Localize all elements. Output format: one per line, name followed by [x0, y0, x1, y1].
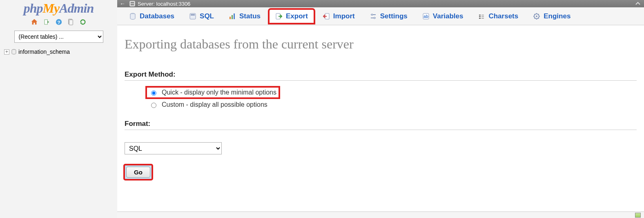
svg-rect-23 — [479, 18, 481, 19]
charsets-icon — [478, 13, 485, 20]
divider — [125, 80, 637, 81]
divider — [125, 130, 637, 130]
db-tree-item-information-schema[interactable]: + information_schema — [4, 48, 113, 55]
tab-export[interactable]: Export — [269, 9, 314, 23]
tab-label: Engines — [544, 12, 570, 20]
svg-rect-0 — [45, 20, 47, 24]
back-icon[interactable]: ← — [120, 0, 125, 7]
database-icon — [11, 49, 17, 55]
svg-rect-8 — [131, 4, 134, 5]
svg-point-28 — [536, 15, 537, 17]
status-icon — [229, 13, 236, 20]
logout-icon[interactable] — [42, 18, 51, 26]
home-icon[interactable] — [30, 18, 38, 26]
svg-text:?: ? — [57, 20, 60, 25]
svg-rect-21 — [479, 15, 481, 15]
logo-part-my: My — [43, 1, 60, 15]
tab-label: Status — [239, 12, 261, 20]
page-title: Exporting databases from the current ser… — [125, 37, 637, 52]
svg-rect-14 — [234, 13, 235, 19]
tab-label: Databases — [140, 12, 174, 20]
expand-icon[interactable]: + — [4, 49, 9, 55]
svg-rect-4 — [69, 20, 73, 25]
main-tabs: Databases SQL Status Export Import Setti… — [117, 7, 644, 25]
settings-icon — [370, 13, 377, 20]
phpmyadmin-logo[interactable]: phpMyAdmin — [4, 1, 113, 16]
engines-icon — [533, 13, 540, 20]
export-method-custom-option[interactable]: Custom - display all possible options — [147, 99, 270, 110]
server-breadcrumb-bar: ← Server: localhost:3306 — [117, 0, 644, 7]
tab-sql[interactable]: SQL — [183, 9, 220, 23]
svg-rect-25 — [481, 16, 484, 17]
go-button[interactable]: Go — [126, 167, 150, 178]
svg-rect-26 — [481, 18, 484, 19]
tab-variables[interactable]: ab Variables — [416, 9, 470, 23]
import-icon — [323, 13, 330, 20]
tab-status[interactable]: Status — [223, 9, 267, 23]
export-method-custom-label: Custom - display all possible options — [162, 101, 267, 108]
query-window-icon[interactable] — [67, 18, 75, 26]
status-bar — [117, 211, 644, 218]
svg-point-18 — [374, 17, 375, 19]
tab-engines[interactable]: Engines — [527, 9, 577, 23]
logo-part-php: php — [24, 1, 43, 15]
server-label: Server: localhost:3306 — [138, 1, 190, 7]
export-method-quick-label: Quick - display only the minimal options — [162, 89, 276, 96]
recent-tables-select[interactable]: (Recent tables) ... — [14, 31, 103, 43]
sidebar-toolbar: ? — [4, 18, 113, 26]
svg-rect-22 — [479, 16, 481, 17]
export-method-quick-radio[interactable] — [151, 90, 156, 96]
db-tree: + information_schema — [4, 48, 113, 55]
tab-label: Import — [333, 12, 355, 20]
help-icon[interactable]: ? — [55, 18, 63, 26]
export-method-quick-option[interactable]: Quick - display only the minimal options — [147, 87, 279, 98]
svg-point-17 — [371, 14, 373, 15]
svg-rect-13 — [232, 15, 233, 19]
tab-settings[interactable]: Settings — [363, 9, 414, 23]
refresh-icon[interactable] — [79, 18, 87, 26]
format-label: Format: — [125, 120, 637, 128]
databases-icon — [129, 13, 136, 20]
format-select[interactable]: SQL — [125, 142, 222, 154]
db-name-label: information_schema — [18, 48, 70, 55]
server-icon — [129, 1, 135, 7]
svg-rect-7 — [131, 2, 134, 3]
sidebar: phpMyAdmin ? (Recent tables) ... + infor… — [0, 0, 117, 218]
sql-icon — [189, 13, 196, 20]
svg-rect-6 — [130, 1, 135, 6]
export-method-options: Quick - display only the minimal options… — [147, 87, 637, 110]
tab-databases[interactable]: Databases — [123, 9, 180, 23]
tab-label: Charsets — [488, 12, 518, 20]
svg-rect-24 — [481, 15, 484, 15]
main-content: Exporting databases from the current ser… — [117, 25, 644, 211]
tab-import[interactable]: Import — [316, 9, 361, 23]
collapse-icon[interactable] — [635, 1, 641, 7]
tab-label: SQL — [200, 12, 214, 20]
logo-part-admin: Admin — [59, 1, 94, 15]
tab-charsets[interactable]: Charsets — [472, 9, 524, 23]
status-indicator-icon[interactable] — [635, 213, 641, 218]
go-button-wrapper: Go — [125, 165, 152, 179]
svg-rect-11 — [191, 14, 195, 15]
svg-rect-12 — [230, 17, 231, 19]
variables-icon: ab — [422, 13, 430, 20]
tab-label: Settings — [380, 12, 408, 20]
server-breadcrumb[interactable]: Server: localhost:3306 — [129, 1, 190, 7]
svg-text:ab: ab — [423, 14, 428, 19]
export-method-label: Export Method: — [125, 70, 637, 79]
export-method-custom-radio[interactable] — [151, 103, 156, 108]
tab-label: Export — [286, 12, 308, 20]
export-icon — [275, 13, 283, 20]
tab-label: Variables — [433, 12, 464, 20]
